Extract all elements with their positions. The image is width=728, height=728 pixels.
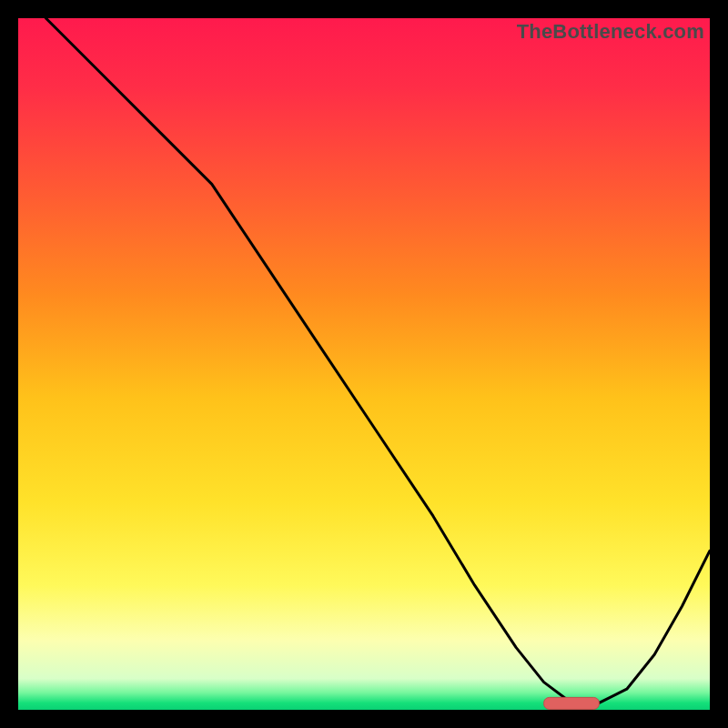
optimal-range-marker — [544, 697, 600, 709]
bottleneck-chart — [18, 18, 710, 710]
gradient-background — [18, 18, 710, 710]
watermark-text: TheBottleneck.com — [517, 20, 704, 44]
chart-frame: TheBottleneck.com — [18, 18, 710, 710]
